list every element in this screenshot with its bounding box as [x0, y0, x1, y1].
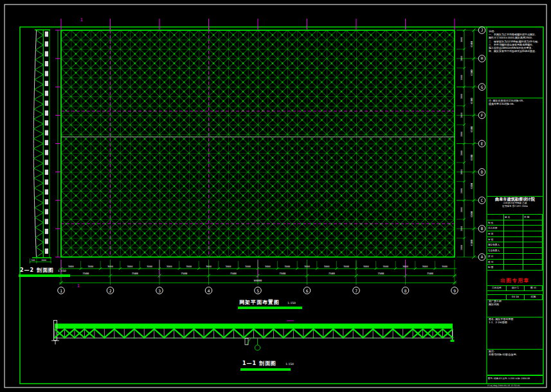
axis-letter: F: [481, 113, 483, 118]
s11-title-underline: [240, 368, 291, 371]
s11-top-chord: [55, 324, 453, 329]
s22-dim-label: 500: [32, 259, 35, 262]
s11-detail-bubble: [255, 345, 260, 350]
s22-purlin: [45, 111, 48, 116]
s11-node: [332, 337, 334, 339]
s22-purlin: [45, 31, 48, 37]
right-bay-dim-label: 4500: [470, 41, 473, 48]
s22-purlin: [45, 160, 48, 165]
right-minor-dim-label: 3000: [461, 226, 464, 231]
bay-dim-label: 7500: [329, 272, 336, 275]
axis-number: 3: [158, 289, 161, 293]
sign-table-cell: [504, 265, 523, 271]
minor-dim-label: 3000: [88, 265, 94, 268]
minor-dim-label: 3000: [186, 265, 192, 268]
axis-letter: J: [481, 28, 483, 32]
right-minor-dim-label: 3000: [461, 207, 464, 212]
minor-dim-label: 3000: [245, 265, 251, 268]
axis-number: 2: [109, 289, 112, 293]
sign-table-cell: [504, 220, 523, 226]
bay-dim-label: 7500: [279, 272, 286, 275]
s11-node: [352, 337, 354, 339]
sign-table-cell: [523, 220, 543, 226]
company-name: 曲阜市建筑勘察设计院: [487, 197, 543, 202]
drawing-sheet[interactable]: 1234567893000300030003000300030003000300…: [0, 0, 551, 392]
sign-table-cell: [504, 248, 523, 254]
sign-table-cell: [504, 260, 523, 265]
bay-dim-label: 7500: [132, 272, 139, 275]
sign-table-cell: [523, 254, 543, 260]
right-bay-dim-label: 4500: [470, 211, 473, 217]
minor-dim-label: 3000: [343, 265, 349, 268]
sign-table-cell: [523, 265, 543, 271]
right-minor-dim-label: 3000: [461, 245, 464, 250]
plan-scale: 1:150: [287, 301, 296, 305]
s11-node: [273, 337, 274, 339]
project-name-box: 某厂房工程网架结构: [487, 299, 543, 317]
s22-title-underline: [19, 274, 70, 277]
right-bay-dim-label: 4500: [470, 183, 473, 189]
s11-callout-box: [245, 339, 248, 345]
sign-table-cell: [523, 242, 543, 248]
s22-purlin: [45, 81, 48, 86]
axis-number: 7: [355, 289, 357, 293]
axis-number: 8: [404, 289, 407, 293]
s22-purlin: [45, 61, 48, 66]
minor-dim-label: 3000: [304, 265, 310, 268]
s22-left-chord: [33, 30, 36, 257]
s22-purlin: [45, 120, 48, 125]
sign-table-cell: [504, 242, 523, 248]
footer-row: 图号: 结施-03 比例: 1:150 日期: 2004.06: [487, 375, 543, 382]
sign-table-cell: [504, 237, 523, 243]
axis-number: 9: [453, 289, 456, 293]
s22-dim-label: 2000: [41, 259, 46, 262]
axis-letter: C: [481, 198, 483, 202]
axis-number: 1: [60, 289, 62, 293]
sign-table-role: 校 对: [487, 260, 504, 265]
section-cut-label-top: 1: [80, 17, 83, 22]
sign-table-cell: [504, 226, 523, 231]
s22-purlin: [45, 41, 48, 46]
right-minor-dim-label: 3000: [461, 188, 464, 193]
axis-number: 4: [208, 289, 210, 293]
section-cut-label-bottom: 1: [77, 283, 80, 289]
minor-dim-label: 3000: [206, 265, 212, 268]
minor-dim-label: 3000: [167, 265, 172, 268]
s11-node: [213, 337, 215, 339]
right-bay-dim-label: 4500: [470, 154, 473, 161]
sign-table-cell: [523, 260, 543, 265]
axis-letter: D: [481, 170, 483, 174]
sign-table-role: 审 核: [487, 237, 504, 243]
s11-node: [392, 337, 393, 339]
signature-table: 签 名日 期院 长总工程师审 定审 核项目负责人专业负责人设 计校 对制 图: [487, 214, 543, 271]
s11-scale: 1:150: [285, 362, 294, 366]
sign-table-cell: [523, 231, 543, 237]
remark-line: 本图与结施-02配合使用。: [487, 353, 543, 356]
sign-table-cell: [504, 231, 523, 237]
s22-purlin: [45, 150, 48, 155]
minor-dim-label: 3000: [265, 265, 271, 268]
right-minor-dim-label: 3000: [461, 94, 464, 99]
minor-dim-label: 3000: [127, 265, 133, 268]
sign-table-role: 专业负责人: [487, 248, 504, 254]
meta-header: 设计号: [507, 285, 525, 291]
minor-dim-label: 3000: [402, 265, 408, 268]
s22-purlin: [45, 229, 48, 234]
legend-notes: 注: 网架支座做法详见结施-05。 檩条布置详见结施-06。: [487, 98, 543, 106]
axis-number: 5: [257, 289, 259, 293]
total-dim-label: 60000: [254, 279, 262, 282]
meta-header: 图 别: [525, 285, 543, 291]
s22-purlin: [45, 249, 48, 254]
bay-dim-label: 7500: [82, 272, 89, 275]
minor-dim-label: 3000: [285, 265, 291, 268]
minor-dim-label: 3000: [147, 265, 152, 268]
axis-letter: E: [481, 141, 483, 146]
s11-node: [372, 337, 374, 339]
s22-purlin: [45, 238, 48, 244]
red-stamp: 出图专用章: [487, 278, 543, 284]
right-bay-dim-label: 4500: [470, 98, 473, 104]
company-box: 曲阜市建筑勘察设计院 工程设计证书等级 乙级 证书编号 鲁F-037-2004: [487, 196, 543, 208]
s22-purlin: [45, 51, 48, 57]
minor-dim-label: 3000: [363, 265, 369, 268]
sign-table-header: [487, 215, 504, 220]
